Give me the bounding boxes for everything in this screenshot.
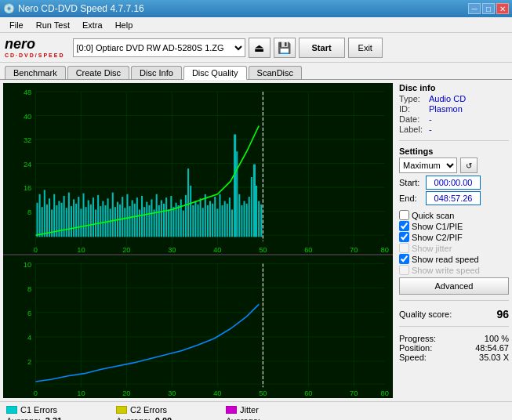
type-value: Audio CD xyxy=(429,94,466,103)
svg-rect-52 xyxy=(88,200,89,237)
svg-rect-69 xyxy=(129,206,130,237)
svg-rect-113 xyxy=(236,151,238,237)
svg-rect-112 xyxy=(234,134,236,237)
advanced-button[interactable]: Advanced xyxy=(399,277,509,295)
svg-rect-42 xyxy=(64,196,65,237)
quality-score-label: Quality score: xyxy=(399,310,452,319)
tab-benchmark[interactable]: Benchmark xyxy=(5,66,66,79)
c2pif-row: Show C2/PIF xyxy=(399,232,509,242)
svg-rect-94 xyxy=(190,186,191,237)
speed-value: 35.03 X xyxy=(479,353,509,362)
tab-create-disc[interactable]: Create Disc xyxy=(67,66,129,79)
speed-row-bottom: Speed: 35.03 X xyxy=(399,353,509,362)
svg-rect-80 xyxy=(156,194,158,237)
close-button[interactable]: ✕ xyxy=(496,3,509,14)
titlebar-title: Nero CD-DVD Speed 4.7.7.16 xyxy=(18,3,144,14)
c2-avg-value: 0.00 xyxy=(155,416,172,420)
svg-rect-71 xyxy=(134,204,136,237)
svg-rect-35 xyxy=(46,205,48,237)
speed-row: Maximum ↺ xyxy=(399,158,509,173)
svg-rect-81 xyxy=(158,205,160,237)
svg-rect-119 xyxy=(251,177,252,237)
write-speed-label: Show write speed xyxy=(412,266,480,275)
svg-rect-93 xyxy=(187,168,189,237)
svg-text:40: 40 xyxy=(24,112,31,121)
svg-rect-115 xyxy=(241,205,242,237)
write-speed-checkbox[interactable] xyxy=(399,265,409,275)
svg-rect-110 xyxy=(229,197,231,237)
menu-extra[interactable]: Extra xyxy=(76,19,109,31)
save-button[interactable]: 💾 xyxy=(274,38,296,58)
start-input[interactable] xyxy=(426,176,481,190)
svg-rect-84 xyxy=(165,197,167,237)
quick-scan-checkbox[interactable] xyxy=(399,210,409,220)
svg-text:0: 0 xyxy=(34,245,38,254)
svg-rect-53 xyxy=(90,205,92,237)
svg-rect-61 xyxy=(110,208,111,237)
c1-title-text: C1 Errors xyxy=(20,405,57,415)
svg-rect-60 xyxy=(107,198,109,237)
progress-row: Progress: 100 % xyxy=(399,334,509,343)
svg-text:40: 40 xyxy=(213,245,221,254)
jitter-color-box xyxy=(226,406,237,414)
svg-rect-102 xyxy=(209,201,211,237)
lower-chart-svg: 10 8 6 4 2 0 10 20 30 40 50 60 70 80 xyxy=(3,255,393,398)
position-value: 48:54.67 xyxy=(475,343,509,353)
maximize-button[interactable]: □ xyxy=(482,3,495,14)
exit-button[interactable]: Exit xyxy=(348,38,383,58)
c1pie-row: Show C1/PIE xyxy=(399,221,509,231)
read-speed-checkbox[interactable] xyxy=(399,254,409,264)
svg-rect-78 xyxy=(151,199,152,237)
svg-rect-46 xyxy=(73,199,74,237)
svg-rect-109 xyxy=(227,204,228,237)
svg-text:60: 60 xyxy=(304,389,312,397)
tab-scan-disc[interactable]: ScanDisc xyxy=(249,66,302,79)
jitter-title-text: Jitter xyxy=(240,405,259,415)
disc-label-row: Label: - xyxy=(399,125,509,134)
menu-file[interactable]: File xyxy=(3,19,30,31)
svg-rect-89 xyxy=(178,205,180,237)
nero-logo-text: nero xyxy=(5,37,65,52)
menu-help[interactable]: Help xyxy=(109,19,140,31)
svg-rect-100 xyxy=(205,194,206,237)
svg-text:80: 80 xyxy=(380,389,388,397)
svg-rect-41 xyxy=(61,203,63,237)
drive-selector[interactable]: [0:0] Optiarc DVD RW AD-5280S 1.ZG xyxy=(73,38,245,57)
c2pif-checkbox[interactable] xyxy=(399,232,409,242)
tabs: Benchmark Create Disc Disc Info Disc Qua… xyxy=(0,63,512,80)
svg-text:8: 8 xyxy=(27,285,31,293)
c1-avg-label: Average: xyxy=(6,416,41,420)
upper-chart: 48 40 32 24 16 8 0 10 20 30 40 50 60 70 … xyxy=(3,83,393,254)
svg-rect-33 xyxy=(42,207,43,237)
svg-rect-126 xyxy=(3,255,393,398)
c1pie-checkbox[interactable] xyxy=(399,221,409,231)
svg-rect-90 xyxy=(180,199,182,237)
svg-text:30: 30 xyxy=(168,245,176,254)
read-speed-row: Show read speed xyxy=(399,254,509,264)
progress-label: Progress: xyxy=(399,334,436,343)
svg-rect-65 xyxy=(119,205,121,237)
jitter-avg-value: - xyxy=(265,416,268,420)
speed-select[interactable]: Maximum xyxy=(399,158,457,173)
svg-rect-43 xyxy=(66,208,67,237)
tab-disc-quality[interactable]: Disc Quality xyxy=(183,66,247,80)
svg-rect-116 xyxy=(243,201,245,237)
end-input[interactable] xyxy=(426,191,481,205)
svg-rect-31 xyxy=(36,203,38,237)
eject-button[interactable]: ⏏ xyxy=(249,38,271,58)
start-button[interactable]: Start xyxy=(299,38,345,58)
svg-rect-85 xyxy=(168,209,169,237)
c2-avg-label: Average: xyxy=(116,416,151,420)
refresh-button[interactable]: ↺ xyxy=(460,158,478,173)
svg-rect-76 xyxy=(146,202,147,237)
start-row: Start: xyxy=(399,176,509,190)
tab-disc-info[interactable]: Disc Info xyxy=(131,66,182,79)
date-label: Date: xyxy=(399,114,429,124)
jitter-checkbox[interactable] xyxy=(399,243,409,253)
svg-rect-98 xyxy=(200,198,202,237)
progress-value: 100 % xyxy=(485,334,509,343)
minimize-button[interactable]: ─ xyxy=(468,3,481,14)
menu-run-test[interactable]: Run Test xyxy=(30,19,76,31)
c1-color-box xyxy=(6,406,17,414)
jitter-avg-label: Average: xyxy=(226,416,260,420)
